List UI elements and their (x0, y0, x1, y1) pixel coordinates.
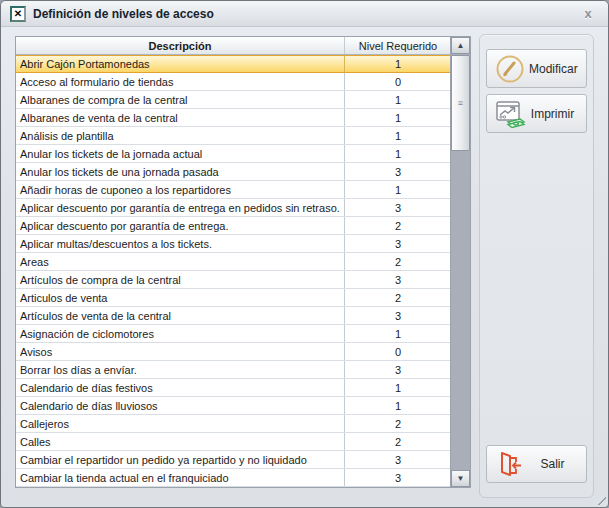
row-nivel: 0 (345, 343, 451, 360)
salir-label: Salir (529, 457, 582, 471)
resize-grip[interactable] (598, 497, 606, 505)
grip-lines-icon: ≡ (458, 102, 463, 105)
row-nivel: 3 (345, 163, 451, 180)
pencil-circle-icon (491, 54, 529, 84)
table-row[interactable]: Callejeros 2 (16, 415, 450, 433)
table-row[interactable]: Abrir Cajón Portamonedas 1 (16, 55, 450, 73)
imprimir-label: Imprimir (529, 107, 582, 121)
row-nivel: 1 (345, 181, 451, 198)
actions-panel: Modificar Imprimir (479, 34, 594, 498)
table-row[interactable]: Calendario de días lluviosos 1 (16, 397, 450, 415)
row-nivel: 3 (345, 361, 451, 378)
row-descripcion: Anular los tickets de la jornada actual (16, 145, 345, 162)
scroll-up-button[interactable]: ▲ (451, 37, 470, 54)
scrollbar-thumb[interactable]: ≡ (451, 55, 470, 151)
title-bar: ✕ Definición de niveles de acceso x (1, 1, 608, 27)
row-nivel: 3 (345, 235, 451, 252)
row-nivel: 1 (345, 91, 451, 108)
row-descripcion: Artículos de venta de la central (16, 307, 345, 324)
table-row[interactable]: Asignación de ciclomotores 1 (16, 325, 450, 343)
row-descripcion: Calendario de días festivos (16, 379, 345, 396)
row-nivel: 3 (345, 199, 451, 216)
row-descripcion: Calendario de días lluviosos (16, 397, 345, 414)
table-row[interactable]: Artículos de compra de la central 3 (16, 271, 450, 289)
table-row[interactable]: Aplicar descuento por garantía de entreg… (16, 217, 450, 235)
triangle-up-icon: ▲ (457, 41, 465, 50)
row-nivel: 2 (345, 217, 451, 234)
table-body: Abrir Cajón Portamonedas 1 Acceso al for… (16, 55, 450, 487)
table-row[interactable]: Cambiar el repartidor un pedido ya repar… (16, 451, 450, 469)
row-nivel: 1 (345, 109, 451, 126)
row-descripcion: Cambiar la tienda actual en el franquici… (16, 469, 345, 486)
table-row[interactable]: Calles 2 (16, 433, 450, 451)
imprimir-button[interactable]: Imprimir (486, 94, 587, 133)
table-row[interactable]: Análisis de plantilla 1 (16, 127, 450, 145)
row-descripcion: Albaranes de compra de la central (16, 91, 345, 108)
row-nivel: 1 (345, 145, 451, 162)
row-nivel: 3 (345, 451, 451, 468)
table-row[interactable]: Cambiar la tienda actual en el franquici… (16, 469, 450, 487)
dialog-definicion-niveles: ✕ Definición de niveles de acceso x Desc… (0, 0, 609, 508)
triangle-down-icon: ▼ (457, 474, 465, 483)
row-nivel: 1 (345, 127, 451, 144)
table-row[interactable]: Acceso al formulario de tiendas 0 (16, 73, 450, 91)
table-row[interactable]: Aplicar multas/descuentos a los tickets.… (16, 235, 450, 253)
row-descripcion: Aplicar descuento por garantía de entreg… (16, 217, 345, 234)
table-row[interactable]: Aplicar descuento por garantía de entreg… (16, 199, 450, 217)
exit-door-icon (491, 448, 529, 480)
row-descripcion: Abrir Cajón Portamonedas (16, 56, 345, 72)
row-descripcion: Articulos de venta (16, 289, 345, 306)
row-descripcion: Callejeros (16, 415, 345, 432)
row-descripcion: Cambiar el repartidor un pedido ya repar… (16, 451, 345, 468)
row-nivel: 2 (345, 253, 451, 270)
row-nivel: 1 (345, 397, 451, 414)
column-header-descripcion[interactable]: Descripción (16, 37, 345, 54)
row-nivel: 2 (345, 433, 451, 450)
row-nivel: 1 (345, 379, 451, 396)
table-row[interactable]: Anular los tickets de la jornada actual … (16, 145, 450, 163)
access-levels-table: Descripción Nivel Requerido Abrir Cajón … (15, 36, 471, 488)
row-descripcion: Calles (16, 433, 345, 450)
report-money-icon (491, 98, 529, 130)
table-row[interactable]: Añadir horas de cuponeo a los repartidor… (16, 181, 450, 199)
row-descripcion: Artículos de compra de la central (16, 271, 345, 288)
salir-button[interactable]: Salir (486, 445, 587, 483)
row-nivel: 0 (345, 73, 451, 90)
table-row[interactable]: Albaranes de compra de la central 1 (16, 91, 450, 109)
row-nivel: 1 (345, 56, 451, 72)
row-nivel: 3 (345, 469, 451, 486)
modificar-button[interactable]: Modificar (486, 49, 587, 88)
row-descripcion: Anular los tickets de una jornada pasada (16, 163, 345, 180)
row-descripcion: Borrar los días a envíar. (16, 361, 345, 378)
row-nivel: 2 (345, 415, 451, 432)
table-row[interactable]: Anular los tickets de una jornada pasada… (16, 163, 450, 181)
table-row[interactable]: Avisos 0 (16, 343, 450, 361)
row-descripcion: Albaranes de venta de la central (16, 109, 345, 126)
table-row[interactable]: Artículos de venta de la central 3 (16, 307, 450, 325)
row-descripcion: Acceso al formulario de tiendas (16, 73, 345, 90)
table-header: Descripción Nivel Requerido (16, 37, 450, 55)
table-row[interactable]: Articulos de venta 2 (16, 289, 450, 307)
scroll-down-button[interactable]: ▼ (451, 470, 470, 487)
row-nivel: 2 (345, 289, 451, 306)
table-row[interactable]: Calendario de días festivos 1 (16, 379, 450, 397)
row-descripcion: Areas (16, 253, 345, 270)
modificar-label: Modificar (529, 62, 584, 76)
row-descripcion: Avisos (16, 343, 345, 360)
row-nivel: 3 (345, 271, 451, 288)
row-nivel: 1 (345, 325, 451, 342)
row-descripcion: Aplicar multas/descuentos a los tickets. (16, 235, 345, 252)
table-row[interactable]: Areas 2 (16, 253, 450, 271)
table-row[interactable]: Borrar los días a envíar. 3 (16, 361, 450, 379)
table-row[interactable]: Albaranes de venta de la central 1 (16, 109, 450, 127)
spreadsheet-x-icon: ✕ (10, 6, 26, 22)
column-header-nivel[interactable]: Nivel Requerido (345, 37, 451, 54)
row-descripcion: Análisis de plantilla (16, 127, 345, 144)
row-descripcion: Añadir horas de cuponeo a los repartidor… (16, 181, 345, 198)
window-title: Definición de niveles de acceso (33, 7, 577, 21)
row-nivel: 3 (345, 307, 451, 324)
row-descripcion: Asignación de ciclomotores (16, 325, 345, 342)
vertical-scrollbar[interactable]: ▲ ≡ ▼ (450, 37, 470, 487)
close-icon[interactable]: x (577, 5, 599, 23)
row-descripcion: Aplicar descuento por garantía de entreg… (16, 199, 345, 216)
